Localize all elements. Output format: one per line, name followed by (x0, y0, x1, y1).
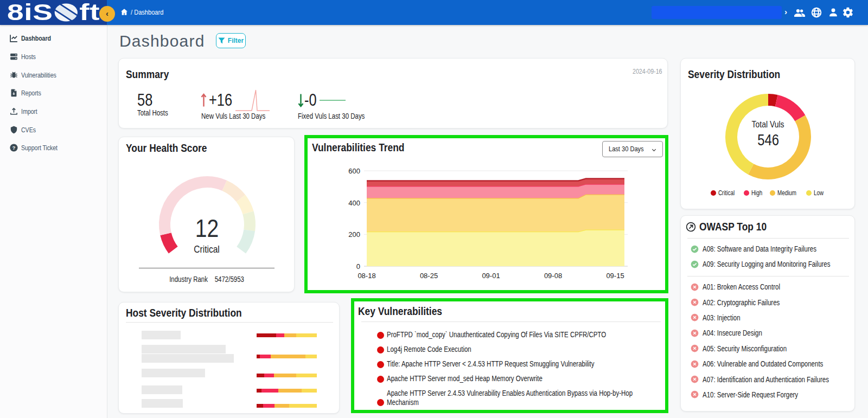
svg-text:200: 200 (348, 230, 360, 239)
svg-text:0: 0 (356, 262, 360, 271)
svg-text:?: ? (12, 145, 16, 151)
svg-text:400: 400 (348, 199, 360, 207)
svg-text:09-15: 09-15 (606, 272, 624, 280)
svg-text:09-01: 09-01 (482, 272, 500, 280)
svg-text:600: 600 (348, 167, 360, 175)
svg-text:09-08: 09-08 (544, 272, 562, 280)
svg-text:08-18: 08-18 (358, 272, 375, 280)
svg-text:08-25: 08-25 (420, 272, 438, 280)
